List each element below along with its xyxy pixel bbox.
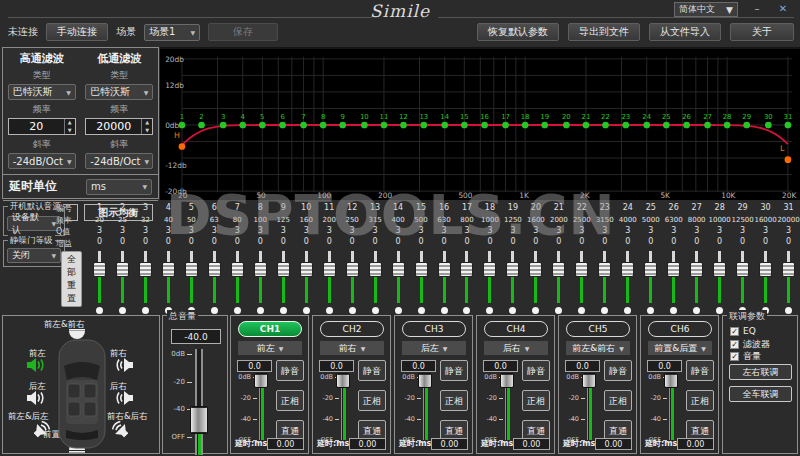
fader-handle[interactable] xyxy=(759,262,772,277)
fader-handle[interactable] xyxy=(139,262,152,277)
band-bypass-dot[interactable] xyxy=(119,307,126,314)
band-bypass-dot[interactable] xyxy=(532,307,539,314)
fader-handle[interactable] xyxy=(369,262,382,277)
master-fader-handle[interactable] xyxy=(190,406,208,434)
channel-gain-value[interactable]: 0.0 xyxy=(401,360,436,372)
scene-select[interactable]: 场景1 ▼ xyxy=(144,24,200,41)
band-gain-fader[interactable] xyxy=(249,251,272,303)
lpf-frequency-input[interactable]: 20000 ▲▼ xyxy=(85,118,153,135)
channel-fader-handle[interactable] xyxy=(254,373,268,388)
hpf-slope-select[interactable]: -24dB/Oct▼ xyxy=(8,153,76,169)
fader-handle[interactable] xyxy=(346,262,359,277)
band-gain-fader[interactable] xyxy=(731,251,754,303)
eq-response-graph[interactable]: 20db12db0db-12db-20db20501002005001K2K5K… xyxy=(160,47,800,200)
fader-handle[interactable] xyxy=(116,262,129,277)
channel-button[interactable]: CH5 xyxy=(566,321,630,337)
mute-button[interactable]: 静音 xyxy=(440,360,468,381)
band-bypass-dot[interactable] xyxy=(624,307,631,314)
band-gain-fader[interactable] xyxy=(616,251,639,303)
fader-handle[interactable] xyxy=(483,262,496,277)
band-bypass-dot[interactable] xyxy=(211,307,218,314)
fader-handle[interactable] xyxy=(300,262,313,277)
close-button[interactable]: ✕ xyxy=(774,1,792,16)
manual-connect-button[interactable]: 手动连接 xyxy=(46,23,108,41)
filter-checkbox[interactable]: ✓ xyxy=(730,340,739,349)
fader-handle[interactable] xyxy=(736,262,749,277)
channel-delay-value[interactable]: 0.00 xyxy=(349,438,386,450)
minimize-button[interactable]: – xyxy=(748,1,766,16)
restore-defaults-button[interactable]: 恢复默认参数 xyxy=(477,23,559,41)
lpf-slope-select[interactable]: -24dB/Oct▼ xyxy=(85,153,153,169)
fader-handle[interactable] xyxy=(93,262,106,277)
channel-delay-value[interactable]: 0.00 xyxy=(267,438,304,450)
channel-output-select[interactable]: 后右▼ xyxy=(484,341,548,355)
boot-source-select[interactable]: 设备默认▼ xyxy=(7,216,61,231)
channel-gain-value[interactable]: 0.0 xyxy=(237,360,272,372)
import-file-button[interactable]: 从文件导入 xyxy=(649,23,721,41)
channel-fader-handle[interactable] xyxy=(582,373,596,388)
fader-handle[interactable] xyxy=(162,262,175,277)
phase-button[interactable]: 正相 xyxy=(522,390,550,411)
band-gain-fader[interactable] xyxy=(226,251,249,303)
channel-fader-handle[interactable] xyxy=(664,373,678,388)
band-gain-fader[interactable] xyxy=(570,251,593,303)
phase-button[interactable]: 正相 xyxy=(440,390,468,411)
mute-button[interactable]: 静音 xyxy=(686,360,714,381)
channel-output-select[interactable]: 前置&后置▼ xyxy=(648,341,712,355)
band-gain-fader[interactable] xyxy=(387,251,410,303)
band-bypass-dot[interactable] xyxy=(716,307,723,314)
fader-handle[interactable] xyxy=(575,262,588,277)
spin-up-icon[interactable]: ▲ xyxy=(142,119,152,127)
channel-button[interactable]: CH6 xyxy=(648,321,712,337)
fader-handle[interactable] xyxy=(208,262,221,277)
band-bypass-dot[interactable] xyxy=(234,307,241,314)
hpf-frequency-input[interactable]: 20 ▲▼ xyxy=(8,118,76,135)
band-gain-fader[interactable] xyxy=(593,251,616,303)
lpf-type-select[interactable]: 巴特沃斯▼ xyxy=(85,84,153,100)
fader-handle[interactable] xyxy=(506,262,519,277)
band-gain-fader[interactable] xyxy=(272,251,295,303)
channel-fader-handle[interactable] xyxy=(336,373,350,388)
band-bypass-dot[interactable] xyxy=(372,307,379,314)
fader-handle[interactable] xyxy=(713,262,726,277)
fader-handle[interactable] xyxy=(621,262,634,277)
channel-gain-value[interactable]: 0.0 xyxy=(647,360,682,372)
band-bypass-dot[interactable] xyxy=(647,307,654,314)
fader-handle[interactable] xyxy=(254,262,267,277)
band-gain-fader[interactable] xyxy=(157,251,180,303)
left-right-link-button[interactable]: 左右联调 xyxy=(729,364,792,380)
spin-up-icon[interactable]: ▲ xyxy=(65,119,75,127)
band-gain-fader[interactable] xyxy=(754,251,777,303)
reset-all-button[interactable]: 全部重置 xyxy=(61,251,82,307)
band-bypass-dot[interactable] xyxy=(578,307,585,314)
band-bypass-dot[interactable] xyxy=(693,307,700,314)
band-gain-fader[interactable] xyxy=(708,251,731,303)
about-button[interactable]: 关于 xyxy=(730,23,794,41)
band-gain-fader[interactable] xyxy=(501,251,524,303)
eq-checkbox[interactable]: ✓ xyxy=(730,327,739,336)
rear-left-speaker-icon[interactable] xyxy=(27,391,45,405)
channel-gain-value[interactable]: 0.0 xyxy=(483,360,518,372)
channel-button[interactable]: CH1 xyxy=(238,321,302,337)
channel-output-select[interactable]: 后左▼ xyxy=(402,341,466,355)
channel-output-select[interactable]: 前左▼ xyxy=(238,341,302,355)
squelch-level-select[interactable]: 关闭▼ xyxy=(7,248,61,263)
mute-button[interactable]: 静音 xyxy=(358,360,386,381)
save-button[interactable]: 保存 xyxy=(208,23,278,41)
channel-gain-value[interactable]: 0.0 xyxy=(319,360,354,372)
fader-handle[interactable] xyxy=(552,262,565,277)
fader-handle[interactable] xyxy=(529,262,542,277)
phase-button[interactable]: 正相 xyxy=(358,390,386,411)
band-gain-fader[interactable] xyxy=(203,251,226,303)
channel-button[interactable]: CH2 xyxy=(320,321,384,337)
band-bypass-dot[interactable] xyxy=(486,307,493,314)
band-gain-fader[interactable] xyxy=(341,251,364,303)
fader-handle[interactable] xyxy=(782,262,795,277)
band-bypass-dot[interactable] xyxy=(555,307,562,314)
rear-right-speaker-icon[interactable] xyxy=(115,391,133,405)
channel-gain-value[interactable]: 0.0 xyxy=(565,360,600,372)
band-bypass-dot[interactable] xyxy=(670,307,677,314)
channel-delay-value[interactable]: 0.00 xyxy=(431,438,468,450)
band-gain-fader[interactable] xyxy=(685,251,708,303)
band-bypass-dot[interactable] xyxy=(280,307,287,314)
